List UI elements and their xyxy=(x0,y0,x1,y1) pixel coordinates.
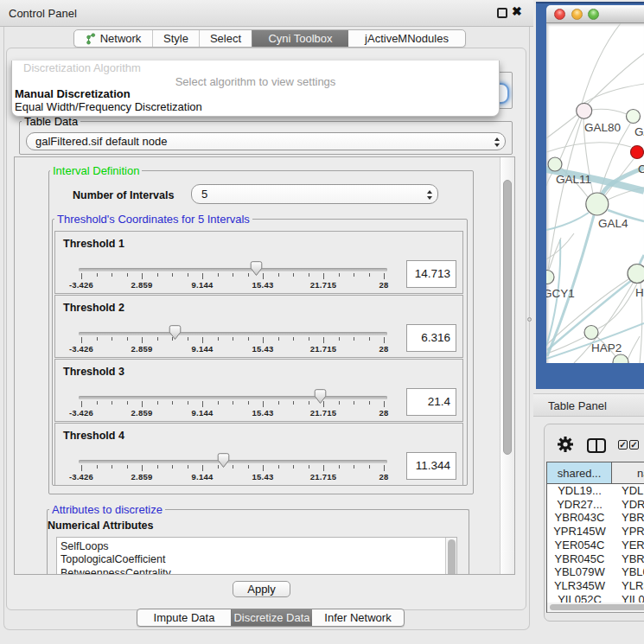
cell-name[interactable]: YDL19 xyxy=(622,484,644,498)
slider-tick xyxy=(248,401,249,405)
settings-scrollbar-thumb[interactable] xyxy=(503,180,512,455)
slider-track[interactable] xyxy=(79,460,387,463)
slider-tick xyxy=(263,465,264,471)
close-icon[interactable]: ✖ xyxy=(512,4,522,18)
tab-label: Style xyxy=(163,32,188,45)
checkbox-icon[interactable]: ✓ xyxy=(618,440,628,450)
slider-tick xyxy=(278,337,279,341)
threshold-value-field[interactable]: 6.316 xyxy=(406,324,456,352)
attributes-list-scrollbar[interactable] xyxy=(445,538,457,575)
slider-tick xyxy=(293,273,294,277)
cell-name[interactable]: YLR345W xyxy=(622,579,644,593)
threshold-value-field[interactable]: 21.4 xyxy=(406,388,456,416)
cell-shared-name[interactable]: YER054C xyxy=(547,539,612,552)
table-horizontal-scrollbar-thumb[interactable] xyxy=(550,604,644,610)
column-header[interactable]: shared... xyxy=(547,462,612,484)
slider-tick xyxy=(112,401,112,405)
tab-discretize-data[interactable]: Discretize Data xyxy=(231,609,312,626)
top-tab-bar: NetworkStyleSelectCyni ToolboxjActiveMNo… xyxy=(73,29,466,48)
slider-track[interactable] xyxy=(79,268,387,271)
cell-shared-name[interactable]: YLR345W xyxy=(547,579,612,593)
table-row[interactable]: YIL052CYIL052C xyxy=(547,593,644,603)
slider-tick xyxy=(339,465,340,469)
slider-tick xyxy=(142,401,143,407)
cell-shared-name[interactable]: YBL079W xyxy=(547,565,612,579)
table-horizontal-scrollbar[interactable] xyxy=(546,603,644,613)
threshold-value-field[interactable]: 14.713 xyxy=(406,260,456,288)
checkbox-icon[interactable]: ✓ xyxy=(629,440,639,450)
algorithm-popup-item[interactable]: Equal Width/Frequency Discretization xyxy=(14,100,498,113)
threshold-value-field[interactable]: 11.344 xyxy=(406,452,456,480)
table-row[interactable]: YBL079WYBL079W xyxy=(547,565,644,579)
table-row[interactable]: YLR345WYLR345W xyxy=(547,579,644,593)
slider-tick-label: 21.715 xyxy=(297,280,349,290)
cell-shared-name[interactable]: YDR27... xyxy=(547,498,612,512)
apply-button[interactable]: Apply xyxy=(233,581,290,597)
slider-tick xyxy=(384,465,385,471)
table-data-combobox[interactable]: galFiltered.sif default node xyxy=(26,132,506,150)
slider-thumb[interactable] xyxy=(169,325,182,344)
tab-jactivemnodules[interactable]: jActiveMNodules xyxy=(348,30,465,47)
tab-style[interactable]: Style xyxy=(152,30,199,47)
tab-impute-data[interactable]: Impute Data xyxy=(137,609,231,626)
slider-tick-label: 21.715 xyxy=(297,344,349,354)
cell-name[interactable]: YBL079W xyxy=(622,565,644,579)
close-traffic-light-icon[interactable] xyxy=(554,9,565,20)
column-header[interactable]: name xyxy=(612,462,644,484)
tab-label: Discretize Data xyxy=(233,611,309,624)
minimize-traffic-light-icon[interactable] xyxy=(571,9,583,20)
table-row[interactable]: YDL19...YDL19 xyxy=(547,484,644,498)
cell-name[interactable]: YIL052C xyxy=(622,593,644,603)
slider-tick xyxy=(369,465,370,469)
slider-tick-label: -3.426 xyxy=(55,408,107,418)
cell-name[interactable]: YBR043C xyxy=(622,511,644,525)
network-canvas[interactable]: GAL80GAL1CYC1GAL11GAL4GCY1HHAP2 xyxy=(546,23,644,363)
numerical-attributes-list[interactable]: SelfLoopsTopologicalCoefficientBetweenne… xyxy=(56,537,457,575)
slider-tick xyxy=(188,273,188,277)
tab-cyni-toolbox[interactable]: Cyni Toolbox xyxy=(252,30,348,47)
table-row[interactable]: YBR043CYBR043C xyxy=(547,511,644,525)
slider-tick xyxy=(97,273,98,277)
slider-tick xyxy=(81,401,82,407)
table-row[interactable]: YPR145WYPR145W xyxy=(547,525,644,539)
slider-tick-label: 28 xyxy=(358,344,410,354)
attributes-list-scrollbar-thumb[interactable] xyxy=(448,539,456,575)
list-item[interactable]: TopologicalCoefficient xyxy=(61,553,165,565)
number-of-intervals-combobox[interactable]: 5 xyxy=(191,184,438,204)
slider-track[interactable] xyxy=(79,332,387,335)
splitpane-handle-icon[interactable] xyxy=(527,317,532,322)
cell-name[interactable]: YBR045C xyxy=(622,552,644,566)
list-item[interactable]: SelfLoops xyxy=(61,540,109,552)
cell-name[interactable]: YDR27 xyxy=(622,498,644,512)
slider-tick xyxy=(248,273,249,277)
slider-tick xyxy=(309,465,309,469)
zoom-traffic-light-icon[interactable] xyxy=(588,9,599,20)
cell-shared-name[interactable]: YIL052C xyxy=(547,593,612,603)
table-row[interactable]: YDR27...YDR27 xyxy=(547,498,644,512)
svg-text:GAL11: GAL11 xyxy=(556,173,591,186)
gear-icon[interactable] xyxy=(557,436,574,453)
settings-scrollbar[interactable] xyxy=(500,157,515,575)
network-window-titlebar[interactable] xyxy=(546,5,644,23)
cell-name[interactable]: YPR145W xyxy=(622,525,644,539)
slider-track[interactable] xyxy=(79,396,387,399)
algorithm-popup-prompt[interactable]: Select algorithm to view settings xyxy=(12,75,499,88)
cell-shared-name[interactable]: YPR145W xyxy=(547,525,612,539)
algorithm-popup-item[interactable]: Manual Discretization xyxy=(14,87,498,100)
slider-thumb[interactable] xyxy=(217,453,230,472)
table-row[interactable]: YER054CYER054C xyxy=(547,539,644,552)
slider-thumb[interactable] xyxy=(250,261,263,280)
cell-name[interactable]: YER054C xyxy=(622,539,644,552)
tab-network[interactable]: Network xyxy=(74,30,152,47)
cell-shared-name[interactable]: YBR045C xyxy=(547,552,612,566)
list-item[interactable]: BetweennessCentrality xyxy=(61,567,171,575)
cell-shared-name[interactable]: YDL19... xyxy=(547,484,612,498)
float-window-icon[interactable] xyxy=(497,8,507,18)
slider-thumb[interactable] xyxy=(314,389,327,408)
table-row[interactable]: YBR045CYBR045C xyxy=(547,552,644,566)
tab-infer-network[interactable]: Infer Network xyxy=(312,609,404,626)
split-columns-icon[interactable] xyxy=(587,438,606,453)
cell-shared-name[interactable]: YBR043C xyxy=(547,511,612,525)
tab-select[interactable]: Select xyxy=(199,30,252,47)
svg-text:CYC1: CYC1 xyxy=(638,163,644,175)
